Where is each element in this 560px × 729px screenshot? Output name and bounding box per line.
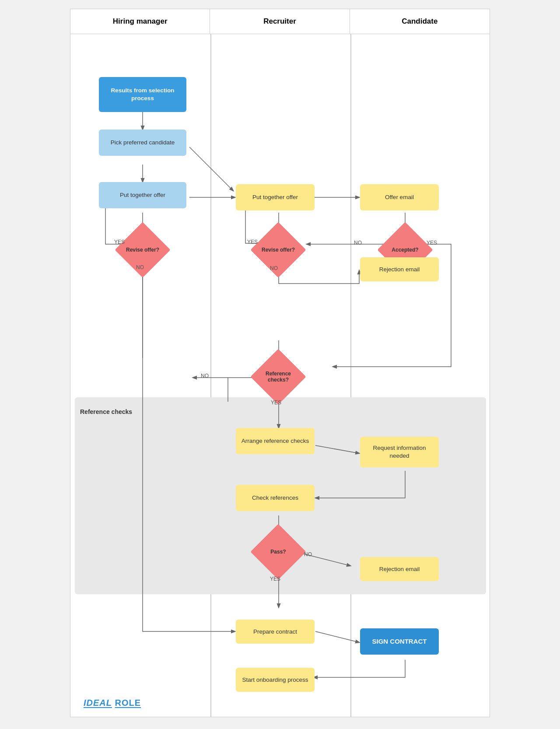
box-put-together-offer-rec: Put together offer (236, 184, 315, 210)
diagram-container: Hiring manager Recruiter Candidate Refer… (70, 9, 490, 717)
box-start-onboarding: Start onboarding process (236, 668, 315, 692)
box-request-info: Request information needed (360, 437, 439, 467)
box-offer-email: Offer email (360, 184, 439, 210)
yn-revise-rec-no: NO (270, 265, 278, 271)
box-prepare-contract: Prepare contract (236, 620, 315, 644)
yn-refchecks-yes: YES (271, 400, 281, 406)
header-recruiter: Recruiter (210, 9, 350, 34)
header-hiring-manager: Hiring manager (70, 9, 210, 34)
diamond-pass: Pass? (259, 532, 298, 571)
box-arrange-reference-checks: Arrange reference checks (236, 428, 315, 454)
header-candidate: Candidate (350, 9, 490, 34)
yn-revise-hm-yes: YES (114, 239, 125, 245)
box-pick-preferred: Pick preferred candidate (99, 130, 186, 156)
yn-revise-rec-yes: YES (247, 239, 258, 245)
logo-ideal: IDEAL (84, 698, 112, 708)
box-check-references: Check references (236, 485, 315, 511)
diamond-revise-hm: Revise offer? (123, 230, 162, 270)
logo-role: ROLE (115, 698, 141, 708)
reference-checks-label: Reference checks (80, 408, 132, 415)
svg-line-16 (315, 631, 359, 642)
diamond-revise-rec: Revise offer? (259, 230, 298, 270)
logo: IDEAL ROLE (84, 698, 141, 708)
box-rejection-email-1: Rejection email (360, 257, 439, 281)
yn-pass-no: NO (304, 551, 312, 557)
yn-accepted-no: NO (354, 240, 362, 246)
box-results-selection: Results from selection process (99, 77, 186, 112)
diamond-reference-checks: Reference checks? (259, 357, 298, 396)
box-sign-contract: SIGN CONTRACT (360, 628, 439, 655)
yn-refchecks-no: NO (201, 373, 209, 379)
header-row: Hiring manager Recruiter Candidate (70, 9, 490, 34)
svg-line-4 (189, 147, 233, 191)
yn-pass-yes: YES (270, 576, 280, 582)
box-put-together-offer-hm: Put together offer (99, 182, 186, 208)
yn-accepted-yes: YES (427, 240, 437, 246)
box-rejection-email-2: Rejection email (360, 557, 439, 581)
yn-revise-hm-no: NO (136, 264, 144, 270)
